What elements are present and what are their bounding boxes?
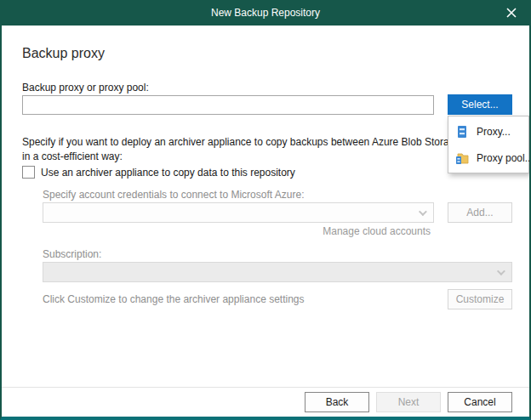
menu-item-label: Proxy... bbox=[477, 126, 511, 138]
next-button[interactable]: Next bbox=[376, 392, 441, 412]
page-title: Backup proxy bbox=[22, 46, 105, 61]
new-backup-repository-dialog: New Backup Repository Backup proxy Backu… bbox=[0, 0, 531, 420]
window-title: New Backup Repository bbox=[211, 7, 320, 19]
customize-hint: Click Customize to change the archiver a… bbox=[43, 293, 305, 305]
manage-cloud-accounts-link[interactable]: Manage cloud accounts bbox=[323, 225, 431, 237]
credentials-combobox[interactable] bbox=[43, 202, 434, 223]
close-button[interactable] bbox=[492, 0, 531, 26]
archiver-checkbox-row: Use an archiver appliance to copy data t… bbox=[22, 166, 295, 179]
proxy-pool-icon bbox=[455, 151, 469, 165]
close-icon bbox=[506, 8, 517, 18]
archiver-checkbox-label: Use an archiver appliance to copy data t… bbox=[41, 167, 295, 179]
menu-item-proxy-pool[interactable]: Proxy pool... bbox=[448, 145, 528, 171]
proxy-server-icon bbox=[455, 125, 469, 139]
menu-item-label: Proxy pool... bbox=[477, 152, 531, 164]
subscription-label: Subscription: bbox=[43, 248, 101, 260]
cancel-button[interactable]: Cancel bbox=[448, 392, 512, 412]
chevron-down-icon bbox=[419, 207, 427, 216]
archiver-description-line1: Specify if you want to deploy an archive… bbox=[22, 136, 460, 148]
proxy-pool-label: Backup proxy or proxy pool: bbox=[22, 82, 149, 94]
customize-button[interactable]: Customize bbox=[448, 289, 512, 309]
subscription-combobox[interactable] bbox=[43, 262, 512, 282]
credentials-label: Specify account credentials to connect t… bbox=[43, 189, 305, 201]
proxy-input[interactable] bbox=[22, 95, 434, 115]
chevron-down-icon bbox=[497, 267, 505, 275]
select-button[interactable]: Select... bbox=[448, 94, 512, 115]
footer-separator bbox=[2, 387, 529, 388]
menu-item-proxy[interactable]: Proxy... bbox=[448, 118, 528, 145]
archiver-checkbox[interactable] bbox=[22, 166, 35, 179]
archiver-description-line2: in a cost-efficient way: bbox=[22, 150, 123, 162]
add-button[interactable]: Add... bbox=[448, 202, 512, 223]
select-menu: Proxy... Proxy pool... bbox=[448, 116, 529, 173]
back-button[interactable]: Back bbox=[305, 392, 369, 412]
titlebar: New Backup Repository bbox=[0, 0, 531, 26]
